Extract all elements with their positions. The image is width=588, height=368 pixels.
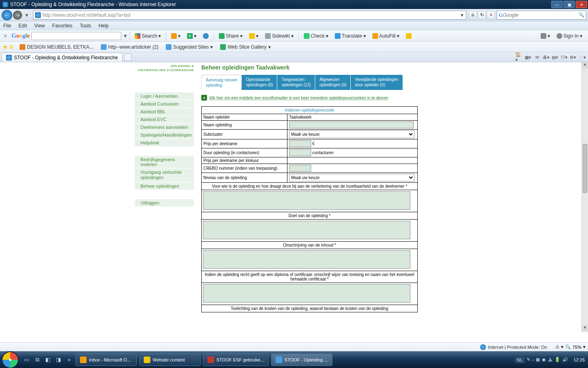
toolbar-close-icon[interactable]: ✕	[2, 33, 8, 39]
tray-lang[interactable]: NL	[515, 357, 525, 363]
scroll-thumb[interactable]	[583, 144, 587, 193]
vertical-scrollbar[interactable]: ▲ ▼	[581, 62, 588, 332]
tray-network-icon[interactable]: 🖧	[548, 357, 552, 362]
fav-artsticker[interactable]: http--www.artsticker (2)	[98, 43, 161, 51]
tab-openstaande[interactable]: Openstaandeopleidingen (0)	[242, 75, 277, 90]
back-button[interactable]: ←	[2, 10, 12, 20]
menu-help[interactable]: Help	[98, 23, 109, 29]
zoom-control[interactable]: ⚠▾ 🔍 75% ▾	[555, 344, 586, 350]
globe-button[interactable]	[200, 32, 211, 40]
task-website-content[interactable]: Website content	[139, 354, 200, 366]
tray-app2-icon[interactable]: ◉	[542, 357, 546, 362]
check-button[interactable]: Check▾	[301, 32, 331, 40]
sidebar-bedrijfsgegevens[interactable]: Bedrijfsgegevens muteren	[135, 156, 194, 168]
excel-link[interactable]: klik hier om een middels een excelformul…	[209, 96, 388, 100]
wrench-button[interactable]: ▾	[538, 32, 552, 40]
browser-search-input[interactable]	[503, 12, 577, 18]
task-stoof-gebruike[interactable]: STOOF ESF gebruike...	[203, 354, 269, 366]
ql-app1-icon[interactable]: ◧	[43, 355, 52, 365]
sidebar-helpdesk[interactable]: Helpdesk	[135, 139, 194, 147]
close-button[interactable]: ✕	[576, 1, 587, 8]
menu-tools[interactable]: Tools	[80, 23, 91, 29]
page-menu-icon[interactable]: ▤▾	[551, 54, 559, 61]
google-search-dropdown-icon[interactable]: ▼	[123, 33, 128, 39]
forward-button[interactable]: →	[13, 11, 22, 20]
scroll-down-icon[interactable]: ▼	[582, 325, 588, 332]
input-crebo[interactable]	[289, 165, 311, 172]
plus-button[interactable]: +▾	[185, 32, 199, 40]
translate-button[interactable]: Translate▾	[332, 32, 368, 40]
select-subcluster[interactable]: Maak uw keuze	[289, 130, 414, 138]
sidebar-aanbod-evc[interactable]: Aanbod EVC	[135, 116, 194, 123]
sidebar-spelregels[interactable]: Spelregels/Handleidingen	[135, 131, 194, 139]
ql-app2-icon[interactable]: ◨	[54, 355, 63, 365]
news-button[interactable]: ▾	[169, 32, 183, 40]
tray-volume-icon[interactable]: 🔊	[562, 357, 568, 362]
task-inbox[interactable]: Inbox - Microsoft O...	[76, 354, 137, 366]
autofill-button[interactable]: AutoFill▾	[370, 32, 402, 40]
ql-switch-icon[interactable]: ⧉	[33, 355, 42, 365]
highlight-button[interactable]	[403, 32, 414, 40]
sidebar-voortgang[interactable]: Voortgang verkochte opleidingen	[135, 168, 194, 182]
favorites-star-icon[interactable]: ★	[2, 43, 8, 51]
home-icon[interactable]: 🏠▾	[515, 54, 523, 61]
search-button[interactable]: Search▾	[132, 32, 163, 40]
share-button[interactable]: Share▾	[216, 32, 245, 40]
fav-web-slice[interactable]: Web Slice Gallery▾	[218, 43, 273, 51]
safety-icon[interactable]: 🛡▾	[560, 54, 568, 61]
favorites-tabs-icon[interactable]: ⧉	[9, 44, 13, 50]
url-input[interactable]	[42, 12, 460, 18]
menu-file[interactable]: File	[3, 23, 11, 29]
sidebar-uitloggen[interactable]: Uitloggen	[135, 199, 194, 207]
textarea-omschrijving[interactable]	[203, 250, 410, 269]
menu-favorites[interactable]: Favorites	[52, 23, 72, 29]
menu-edit[interactable]: Edit	[18, 23, 27, 29]
sidebar-deelnemers[interactable]: Deelnemers aanmelden	[135, 123, 194, 131]
fav-design-meubels[interactable]: DESIGN MEUBELS, EETKA...	[17, 43, 96, 51]
tab-toegewezen[interactable]: Toegewezenopleidingen (12)	[277, 75, 315, 90]
signin-button[interactable]: Sign In▾	[554, 32, 585, 40]
select-niveau[interactable]: Maak uw keuze	[289, 174, 414, 182]
input-naam-opleiding[interactable]	[289, 121, 414, 128]
minimize-button[interactable]: —	[551, 1, 563, 8]
textarea-voor-wie[interactable]	[203, 191, 410, 210]
fav-suggested-sites[interactable]: Suggested Sites▾	[163, 43, 215, 51]
ql-desktop-icon[interactable]: ▭	[22, 355, 31, 365]
sidebar-aanbod-bbl[interactable]: Aanbod BBL	[135, 108, 194, 116]
refresh-icon[interactable]: ↻	[478, 11, 486, 19]
print-icon[interactable]: 🖶▾	[542, 54, 550, 61]
sidewiki-button[interactable]: Sidewiki▾	[263, 32, 296, 40]
menu-view[interactable]: View	[34, 23, 45, 29]
url-bar[interactable]: ▼	[33, 11, 466, 20]
input-prijs[interactable]	[289, 140, 311, 147]
feeds-icon[interactable]: ▦▾	[524, 54, 532, 61]
recent-dropdown-icon[interactable]: ▼	[24, 13, 29, 18]
url-dropdown-icon[interactable]: ▼	[460, 13, 464, 18]
new-tab-button[interactable]	[124, 54, 131, 61]
start-button[interactable]	[2, 351, 19, 368]
stop-icon[interactable]: ✕	[487, 11, 495, 19]
tray-chevron-icon[interactable]: ‹	[532, 357, 534, 362]
sidebar-aanbod-cursussen[interactable]: Aanbod Cursussen	[135, 100, 194, 108]
sidebar-beheer[interactable]: Beheer opleidingen	[135, 182, 194, 190]
input-duur[interactable]	[289, 149, 311, 156]
tab-afgewezen[interactable]: Afgewezenopleidingen (0)	[315, 75, 351, 90]
scroll-up-icon[interactable]: ▲	[582, 62, 588, 69]
tray-app1-icon[interactable]: ▦	[536, 357, 540, 362]
browser-tab-stoof[interactable]: STOOF - Opleiding & Ontwikkeling Flexbra…	[2, 53, 122, 62]
browser-search-box[interactable]: G 🔍	[497, 11, 586, 20]
help-icon[interactable]: ❔▾	[578, 54, 586, 61]
ql-more-icon[interactable]: »	[65, 355, 74, 365]
compat-icon[interactable]: ⎘	[469, 11, 477, 19]
tab-verwijderde[interactable]: Verwijderde opleidingendoor opleider (0)	[351, 75, 403, 90]
textarea-doel[interactable]	[203, 221, 410, 239]
tray-note-icon[interactable]: ✎	[527, 357, 530, 362]
maximize-button[interactable]: ▣	[564, 1, 575, 8]
mail-icon[interactable]: ✉	[533, 54, 541, 61]
textarea-diploma[interactable]	[203, 284, 410, 303]
search-icon[interactable]: 🔍	[579, 12, 584, 18]
sidebar-login[interactable]: Login / Aanmelden	[135, 92, 194, 100]
google-search-input[interactable]	[31, 32, 121, 40]
security-zone[interactable]: Internet | Protected Mode: On	[480, 344, 547, 350]
tools-icon[interactable]: ⚙▾	[569, 54, 577, 61]
